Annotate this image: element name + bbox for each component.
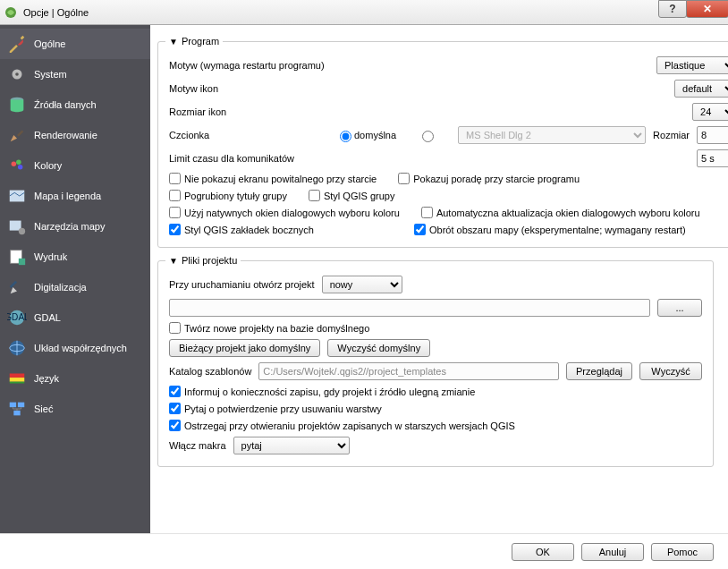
sidebar-item-rendering[interactable]: Renderowanie bbox=[0, 120, 150, 150]
sidebar-label: Język bbox=[34, 373, 59, 384]
chk-confirm-remove-layer[interactable] bbox=[169, 403, 181, 414]
sidebar-item-language[interactable]: Język bbox=[0, 363, 150, 394]
set-default-button[interactable]: Bieżący projekt jako domyślny bbox=[169, 339, 320, 357]
chk-warn-old[interactable] bbox=[169, 420, 181, 431]
chk-bold-group-label: Pogrubiony tytuły grupy bbox=[184, 191, 287, 201]
sidebar-label: GDAL bbox=[34, 312, 61, 323]
gdal-icon: GDAL bbox=[7, 308, 27, 327]
clear-template-button[interactable]: Wyczyść bbox=[639, 362, 702, 380]
chk-new-from-default[interactable] bbox=[169, 322, 181, 334]
sidebar-item-colors[interactable]: Kolory bbox=[0, 150, 150, 181]
font-default-radio[interactable] bbox=[340, 131, 351, 142]
browse-project-button[interactable]: ... bbox=[657, 299, 702, 317]
template-dir-input[interactable] bbox=[258, 362, 559, 380]
group-project-title: Pliki projektu bbox=[182, 255, 237, 266]
network-icon bbox=[7, 399, 27, 419]
ok-button[interactable]: OK bbox=[512, 543, 574, 561]
chk-side-tabs-label: Styl QGIS zakładek bocznych bbox=[184, 225, 314, 235]
svg-rect-18 bbox=[10, 374, 25, 378]
chk-live-color[interactable] bbox=[421, 207, 433, 218]
chk-prompt-save-label: Informuj o konieczności zapisu, gdy proj… bbox=[184, 386, 475, 397]
chk-show-tips[interactable] bbox=[398, 173, 410, 184]
svg-point-9 bbox=[19, 228, 25, 234]
group-program: ▼ Program Motyw (wymaga restartu program… bbox=[157, 36, 728, 248]
macros-label: Włącz makra bbox=[169, 440, 226, 451]
msg-timeout-spin[interactable] bbox=[697, 149, 728, 167]
sidebar-item-system[interactable]: System bbox=[0, 59, 150, 89]
sidebar: Ogólne System Źródła danych Renderowanie… bbox=[0, 25, 150, 533]
sidebar-item-print[interactable]: Wydruk bbox=[0, 242, 150, 272]
chk-new-from-default-label: Twórz nowe projekty na bazie domyślnego bbox=[184, 323, 369, 334]
chk-qgis-group-style[interactable] bbox=[309, 190, 320, 201]
cancel-button[interactable]: Anuluj bbox=[581, 543, 644, 561]
sidebar-item-gdal[interactable]: GDAL GDAL bbox=[0, 302, 150, 333]
font-name-select[interactable]: MS Shell Dlg 2 bbox=[458, 126, 646, 144]
svg-rect-12 bbox=[10, 281, 17, 288]
titlebar: Opcje | Ogólne ? ✕ bbox=[0, 0, 728, 25]
chk-side-tabs[interactable] bbox=[169, 224, 181, 235]
wrench-icon bbox=[7, 34, 27, 54]
sidebar-label: Ogólne bbox=[34, 38, 65, 49]
font-default-label: domyślna bbox=[354, 130, 396, 140]
dialog-footer: OK Anuluj Pomoc bbox=[0, 533, 728, 569]
svg-text:GDAL: GDAL bbox=[7, 312, 27, 322]
sidebar-label: Narzędzia mapy bbox=[34, 221, 105, 232]
svg-rect-22 bbox=[18, 403, 24, 408]
sidebar-label: Sieć bbox=[34, 403, 53, 414]
sidebar-item-maplegend[interactable]: Mapa i legenda bbox=[0, 181, 150, 211]
maptools-icon bbox=[7, 217, 27, 236]
sidebar-item-network[interactable]: Sieć bbox=[0, 394, 150, 424]
font-custom-radio[interactable] bbox=[422, 131, 434, 142]
help-button-footer[interactable]: Pomoc bbox=[651, 543, 714, 561]
sidebar-label: Wydruk bbox=[34, 251, 67, 262]
palette-icon bbox=[7, 156, 27, 175]
svg-rect-19 bbox=[10, 378, 25, 382]
icon-theme-label: Motyw ikon bbox=[169, 83, 667, 94]
icon-size-select[interactable]: 24 bbox=[692, 103, 728, 121]
sidebar-label: Kolory bbox=[34, 160, 62, 171]
chk-native-color-label: Użyj natywnych okien dialogowych wyboru … bbox=[184, 208, 400, 218]
msg-timeout-label: Limit czasu dla komunikatów bbox=[169, 153, 690, 164]
clear-default-button[interactable]: Wyczyść domyślny bbox=[327, 339, 430, 357]
chk-hide-splash-label: Nie pokazuj ekranu powitalnego przy star… bbox=[184, 174, 377, 184]
svg-rect-21 bbox=[10, 403, 16, 408]
chk-canvas-rotation[interactable] bbox=[414, 224, 426, 235]
theme-select[interactable]: Plastique bbox=[656, 56, 728, 74]
chk-live-color-label: Automatyczna aktualizacja okien dialogow… bbox=[436, 208, 700, 218]
font-size-label: Rozmiar bbox=[653, 130, 690, 140]
sidebar-item-datasources[interactable]: Źródła danych bbox=[0, 89, 150, 120]
svg-point-2 bbox=[15, 72, 19, 76]
chk-native-color[interactable] bbox=[169, 207, 181, 218]
map-icon bbox=[7, 186, 27, 206]
group-program-header[interactable]: ▼ Program bbox=[165, 36, 223, 47]
svg-point-6 bbox=[18, 165, 22, 170]
project-path-input[interactable] bbox=[169, 299, 650, 317]
open-project-select[interactable]: nowy bbox=[322, 276, 402, 293]
macros-select[interactable]: pytaj bbox=[233, 437, 350, 454]
chk-bold-group[interactable] bbox=[169, 190, 181, 201]
app-icon bbox=[4, 5, 18, 20]
svg-rect-8 bbox=[10, 221, 21, 231]
icon-size-label: Rozmiar ikon bbox=[169, 106, 685, 117]
database-icon bbox=[7, 95, 27, 115]
sidebar-label: Digitalizacja bbox=[34, 282, 87, 293]
help-button[interactable]: ? bbox=[658, 0, 687, 18]
sidebar-label: Renderowanie bbox=[34, 130, 97, 140]
main-panel: ▼ Program Motyw (wymaga restartu program… bbox=[150, 25, 728, 533]
sidebar-item-digitizing[interactable]: Digitalizacja bbox=[0, 272, 150, 302]
font-size-spin[interactable] bbox=[697, 126, 728, 144]
chk-show-tips-label: Pokazuj poradę przy starcie programu bbox=[413, 174, 580, 184]
open-project-label: Przy uruchamianiu otwórz projekt bbox=[169, 279, 315, 290]
close-button[interactable]: ✕ bbox=[686, 0, 728, 18]
pen-icon bbox=[7, 277, 27, 297]
sidebar-item-crs[interactable]: Układ współrzędnych bbox=[0, 333, 150, 363]
group-project-header[interactable]: ▼ Pliki projektu bbox=[165, 255, 241, 266]
font-label: Czcionka bbox=[169, 130, 321, 140]
browse-template-button[interactable]: Przeglądaj bbox=[566, 362, 632, 380]
chk-hide-splash[interactable] bbox=[169, 173, 181, 184]
icon-theme-select[interactable]: default bbox=[674, 80, 728, 98]
sidebar-label: Źródła danych bbox=[34, 99, 97, 110]
sidebar-item-general[interactable]: Ogólne bbox=[0, 29, 150, 59]
chk-prompt-save[interactable] bbox=[169, 386, 181, 397]
sidebar-item-maptools[interactable]: Narzędzia mapy bbox=[0, 211, 150, 242]
